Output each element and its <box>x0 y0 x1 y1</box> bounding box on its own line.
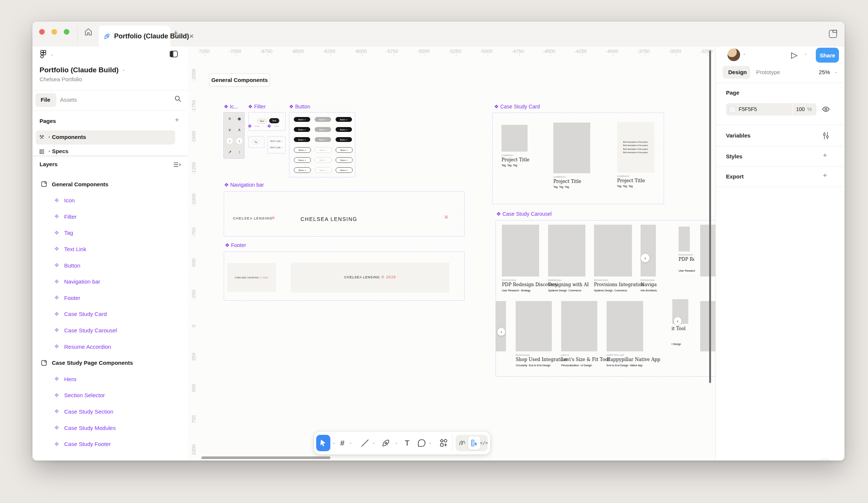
share-button[interactable]: Share <box>816 48 839 63</box>
layer-item-navigation-bar[interactable]: ❖Navigation bar <box>32 274 188 289</box>
figma-menu-icon[interactable] <box>39 50 47 58</box>
frame-text-link[interactable]: TEXT LINK ↑ TEXT LINK ↑ <box>267 136 286 154</box>
carousel-card[interactable]: HAPPYPILLARHappypillar Native AppEnd to … <box>607 301 660 367</box>
carousel-card[interactable]: PATAGONIAShop Used IntegrationCircularit… <box>516 301 567 367</box>
layer-item-text-link[interactable]: ❖Text Link <box>32 241 188 256</box>
layer-item-case-study-section[interactable]: ❖Case Study Section <box>32 404 188 419</box>
dev-mode-button[interactable]: </> <box>480 435 488 451</box>
frame-tool-button[interactable]: # <box>337 431 347 455</box>
pen-tool-chevron-icon[interactable]: ⌄ <box>395 440 398 445</box>
comment-tool-chevron-icon[interactable]: ⌄ <box>429 440 432 445</box>
add-style-button[interactable]: + <box>823 151 827 159</box>
frame-tool-chevron-icon[interactable]: ⌄ <box>349 440 352 445</box>
visibility-eye-icon[interactable] <box>822 105 830 113</box>
pen-tool-button[interactable] <box>380 431 391 455</box>
present-icon[interactable]: ▷ <box>791 50 798 60</box>
draw-mode-button[interactable] <box>457 435 468 451</box>
avatar-chevron-icon[interactable]: ⌄ <box>743 51 746 56</box>
layer-item-case-study-carousel[interactable]: ❖Case Study Carousel <box>32 323 188 338</box>
search-icon[interactable] <box>174 95 182 102</box>
canvas[interactable]: -7250-7000-6750-6500-6250-6000-5750-5500… <box>188 47 716 461</box>
present-chevron-icon[interactable]: ⌄ <box>804 51 807 56</box>
tab-design[interactable]: Design <box>723 66 750 79</box>
file-title-chevron-icon[interactable]: ⌄ <box>122 67 125 72</box>
maximize-window-button[interactable] <box>64 29 69 35</box>
frame-icon[interactable]: ≡◉∨∧›‹↗↑ <box>223 112 245 159</box>
frame-button[interactable]: Button ↗Button ↗Button ↗Button ↗Button ↗… <box>289 112 355 177</box>
layer-item-section-selector[interactable]: ❖Section Selector <box>32 388 188 403</box>
layer-item-resume-accordion[interactable]: ❖Resume Accordion <box>32 339 188 354</box>
tab-assets[interactable]: Assets <box>60 97 77 103</box>
frame-label-navbar[interactable]: ❖ Navigation bar <box>224 182 264 188</box>
color-hex-value[interactable]: F5F5F5 <box>739 106 757 112</box>
frame-footer[interactable]: CHELSEA LENSING © 2026 CHELSEA LENSING ©… <box>224 252 465 301</box>
page-item-specs[interactable]: ▥ · Specs <box>36 146 175 155</box>
text-tool-button[interactable]: T <box>402 431 412 455</box>
add-export-button[interactable]: + <box>823 171 827 180</box>
layers-options-icon[interactable] <box>173 162 181 168</box>
tab-prototype[interactable]: Prototype <box>756 69 780 75</box>
shape-tool-chevron-icon[interactable]: ⌄ <box>372 440 375 445</box>
page-item-components[interactable]: ⚒ · Components <box>36 130 175 145</box>
file-title[interactable]: Portfolio (Claude Build) <box>40 66 119 74</box>
minimize-window-button[interactable] <box>51 29 57 35</box>
frame-tag[interactable]: Tag <box>248 136 264 148</box>
close-window-button[interactable] <box>39 29 45 35</box>
avatar[interactable] <box>727 48 740 61</box>
layer-item-case-study-footer[interactable]: ❖Case Study Footer <box>32 437 188 452</box>
carousel-prev-button[interactable]: ‹ <box>497 328 505 336</box>
frame-label-card[interactable]: ❖ Case Study Card <box>494 104 540 110</box>
frame-label-filter[interactable]: ❖ Filter <box>248 104 266 110</box>
vertical-scrollbar[interactable] <box>709 50 711 383</box>
home-icon[interactable] <box>84 28 93 37</box>
help-button[interactable]: ? <box>817 459 832 461</box>
carousel-partial-tags: User Research <box>679 269 695 272</box>
actions-tool-button[interactable] <box>438 431 450 455</box>
new-tab-button[interactable]: + <box>173 28 178 38</box>
frame-label-icon[interactable]: ❖ Ic... <box>224 104 238 110</box>
carousel-card[interactable]: LEVI'SLevi's Size & Fit ToolPersonalizat… <box>561 301 609 367</box>
variables-adjust-icon[interactable] <box>822 132 830 140</box>
add-page-button[interactable]: + <box>175 116 179 124</box>
layer-item-case-study-card[interactable]: ❖Case Study Card <box>32 307 188 322</box>
carousel-card[interactable]: PATAGONIAProvisions IntegrationSystems D… <box>594 225 644 292</box>
close-tab-icon[interactable]: ✕ <box>189 33 194 40</box>
layer-item-tag[interactable]: ❖Tag <box>32 225 188 240</box>
layer-item-hero[interactable]: ❖Hero <box>32 371 188 386</box>
tag-pill: Tag <box>617 185 621 187</box>
zoom-level[interactable]: 25% <box>819 69 830 75</box>
frame-label-button[interactable]: ❖ Button <box>289 104 310 110</box>
project-name[interactable]: Chelsea Portfolio <box>40 76 82 82</box>
menu-chevron-icon[interactable]: ⌄ <box>50 52 53 56</box>
design-mode-button[interactable] <box>468 436 480 450</box>
frame-label-carousel[interactable]: ❖ Case Study Carousel <box>496 211 552 217</box>
comment-tool-button[interactable] <box>416 431 427 455</box>
layer-item-icon[interactable]: ❖Icon <box>32 193 188 208</box>
frame-navbar[interactable]: CHELSEA LENSING ≡ CHELSEA LENSING ≡ <box>224 191 465 237</box>
carousel-next-button[interactable]: › <box>641 254 650 262</box>
community-grid-icon[interactable] <box>828 29 838 39</box>
section-label-chip[interactable]: General Components <box>209 73 270 86</box>
tab-file[interactable]: File <box>35 93 56 107</box>
frame-label-footer[interactable]: ❖ Footer <box>225 242 246 248</box>
layer-item-general-components[interactable]: General Components <box>32 177 188 192</box>
move-tool-button[interactable] <box>316 435 330 451</box>
horizontal-scrollbar[interactable] <box>201 456 330 459</box>
zoom-chevron-icon[interactable]: ⌄ <box>834 70 837 74</box>
move-tool-chevron-icon[interactable]: ⌄ <box>332 440 335 445</box>
page-color-row[interactable]: F5F5F5 100 % <box>726 103 817 116</box>
color-swatch[interactable] <box>729 106 736 113</box>
layer-item-footer[interactable]: ❖Footer <box>32 290 188 305</box>
ruler-number: -5000 <box>480 48 493 54</box>
card-tags: Systems DesignCommerce <box>548 289 589 292</box>
layer-item-case-study-modules[interactable]: ❖Case Study Modules <box>32 420 188 435</box>
layer-item-case-study-page-components[interactable]: Case Study Page Components <box>32 355 188 370</box>
shape-tool-button[interactable] <box>359 431 371 455</box>
layer-item-button[interactable]: ❖Button <box>32 258 188 273</box>
layer-item-filter[interactable]: ❖Filter <box>32 209 188 224</box>
opacity-value[interactable]: 100 <box>796 106 805 112</box>
carousel-prev-button[interactable]: ‹ <box>674 317 682 325</box>
collapse-sidebar-icon[interactable] <box>170 51 178 57</box>
file-tab[interactable]: Portfolio (Claude Build) ✕ <box>99 26 170 47</box>
carousel-card[interactable]: PERSONALDesigning with AISystems DesignC… <box>548 225 589 292</box>
